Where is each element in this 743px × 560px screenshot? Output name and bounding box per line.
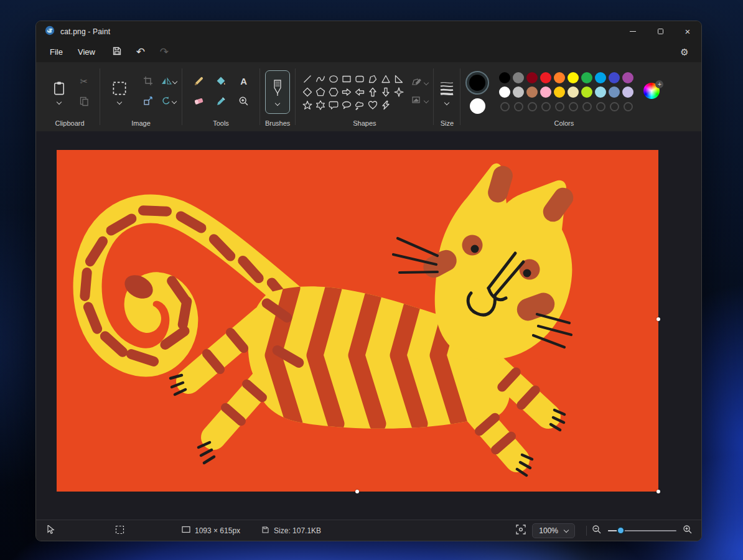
custom-color-slot[interactable] — [596, 102, 605, 111]
paste-button[interactable] — [45, 71, 73, 113]
edit-colors-button[interactable]: + — [643, 83, 662, 101]
shape-oval[interactable] — [327, 73, 340, 85]
cut-button[interactable]: ✂ — [73, 72, 95, 91]
brushes-button[interactable] — [265, 70, 290, 114]
maximize-button[interactable] — [647, 21, 674, 42]
shape-callout-cloud[interactable] — [353, 99, 366, 111]
shape-arrow-down[interactable] — [380, 86, 392, 98]
custom-color-slot[interactable] — [582, 102, 592, 111]
palette-swatch[interactable] — [513, 86, 524, 98]
shape-curve[interactable] — [314, 73, 327, 85]
palette-swatch[interactable] — [540, 86, 551, 98]
custom-color-slot[interactable] — [569, 102, 578, 111]
palette-swatch[interactable] — [540, 72, 551, 83]
zoom-out-button[interactable] — [592, 525, 602, 536]
shape-pentagon[interactable] — [314, 86, 327, 98]
shape-arrow-up[interactable] — [367, 86, 379, 98]
selection-handle-right[interactable] — [657, 317, 660, 321]
shape-right-triangle[interactable] — [393, 73, 405, 85]
palette-swatch[interactable] — [609, 72, 620, 83]
palette-swatch[interactable] — [554, 86, 565, 98]
copy-button[interactable] — [73, 93, 95, 112]
color2-selector[interactable] — [470, 98, 485, 114]
menu-view[interactable]: View — [70, 45, 103, 59]
shape-five-point-star[interactable] — [301, 99, 314, 111]
shape-six-point-star[interactable] — [314, 99, 327, 111]
fill-tool-button[interactable] — [210, 73, 231, 91]
picker-tool-button[interactable] — [210, 93, 231, 111]
shape-callout-oval[interactable] — [340, 99, 353, 111]
shape-callout-rounded[interactable] — [327, 99, 340, 111]
palette-swatch[interactable] — [581, 72, 592, 83]
palette-swatch[interactable] — [526, 72, 538, 83]
shape-fill-button[interactable] — [411, 95, 428, 107]
custom-color-slot[interactable] — [624, 102, 633, 111]
palette-swatch[interactable] — [513, 72, 524, 83]
shape-hexagon[interactable] — [327, 86, 340, 98]
shape-arrow-left[interactable] — [353, 86, 366, 98]
shape-rounded-rectangle[interactable] — [353, 73, 366, 85]
shape-outline-chevron — [424, 80, 429, 85]
palette-swatch[interactable] — [595, 86, 606, 98]
shape-outline-icon — [411, 77, 422, 89]
palette-swatch[interactable] — [595, 72, 606, 83]
fit-to-screen-button[interactable] — [516, 525, 526, 536]
palette-swatch[interactable] — [609, 86, 620, 98]
palette-swatch[interactable] — [526, 86, 538, 98]
selection-handle-bottom[interactable] — [355, 490, 359, 493]
zoom-slider-thumb[interactable] — [617, 526, 625, 534]
text-tool-button[interactable]: A — [233, 73, 254, 91]
save-button[interactable] — [108, 44, 126, 60]
shape-line[interactable] — [301, 73, 314, 85]
zoom-slider[interactable] — [608, 526, 676, 535]
palette-swatch[interactable] — [499, 72, 510, 83]
redo-button[interactable]: ↷ — [155, 44, 174, 60]
pencil-tool-button[interactable] — [188, 73, 209, 91]
shape-four-point-star[interactable] — [393, 86, 405, 98]
shape-arrow-right[interactable] — [340, 86, 353, 98]
left-eye — [462, 235, 483, 256]
palette-swatch[interactable] — [622, 72, 633, 83]
color1-selector[interactable] — [465, 71, 489, 95]
palette-swatch[interactable] — [499, 86, 510, 98]
shape-polygon[interactable] — [367, 73, 379, 85]
zoom-in-button[interactable] — [683, 525, 693, 536]
shape-triangle[interactable] — [380, 73, 392, 85]
crop-button[interactable] — [138, 73, 159, 91]
shape-outline-button[interactable] — [411, 77, 428, 89]
color1-swatch — [469, 75, 485, 91]
shape-diamond[interactable] — [301, 86, 314, 98]
settings-button[interactable]: ⚙ — [675, 44, 694, 60]
palette-swatch[interactable] — [568, 72, 579, 83]
undo-button[interactable]: ↶ — [131, 44, 150, 60]
custom-color-slot[interactable] — [541, 102, 551, 111]
cat-drawing[interactable] — [57, 150, 658, 492]
custom-color-slot[interactable] — [528, 102, 537, 111]
palette-swatch[interactable] — [554, 72, 565, 83]
palette-swatch[interactable] — [568, 86, 579, 98]
shape-rectangle[interactable] — [340, 73, 353, 85]
zoom-level-select[interactable]: 100% — [532, 523, 575, 538]
magnifier-tool-button[interactable] — [233, 93, 254, 111]
palette-swatch[interactable] — [581, 86, 592, 98]
select-button[interactable] — [105, 71, 134, 113]
statusbar: 1093 × 615px Size: 107.1KB 100% — [36, 520, 701, 541]
custom-color-slot[interactable] — [610, 102, 619, 111]
minimize-button[interactable] — [619, 21, 647, 42]
shape-lightning[interactable] — [380, 99, 392, 111]
palette-swatch[interactable] — [622, 86, 633, 98]
menu-file[interactable]: File — [42, 45, 70, 59]
drawing-canvas[interactable] — [57, 150, 658, 492]
custom-color-slot[interactable] — [555, 102, 564, 111]
shape-heart[interactable] — [367, 99, 379, 111]
flip-button[interactable] — [161, 77, 177, 88]
resize-button[interactable] — [138, 93, 159, 111]
titlebar[interactable]: cat.png - Paint × — [36, 21, 701, 42]
close-button[interactable]: × — [674, 21, 701, 42]
custom-color-slot[interactable] — [500, 102, 510, 111]
rotate-button[interactable] — [161, 96, 177, 108]
custom-color-slot[interactable] — [514, 102, 523, 111]
selection-handle-corner[interactable] — [657, 490, 660, 493]
size-button[interactable] — [439, 80, 455, 105]
eraser-tool-button[interactable] — [188, 93, 209, 111]
